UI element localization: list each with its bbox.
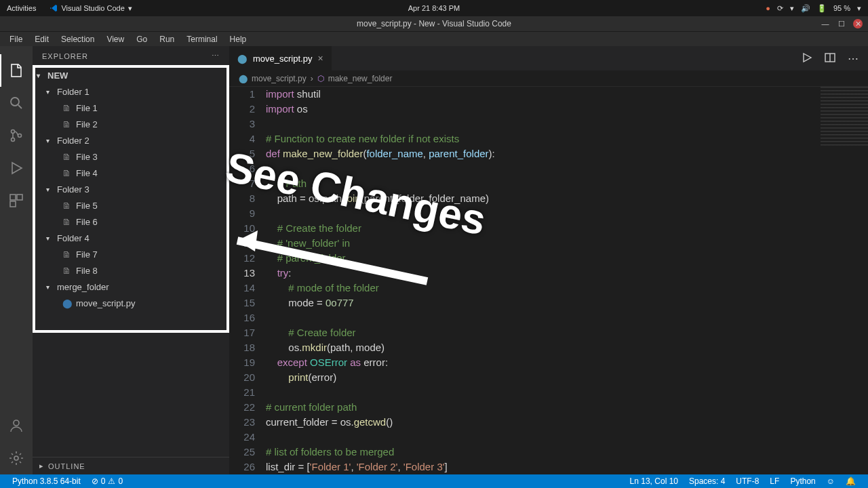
svg-rect-6 <box>10 201 16 207</box>
file-icon: 🗎 <box>62 152 73 162</box>
menu-help[interactable]: Help <box>224 33 252 45</box>
chevron-down-icon: ▾ <box>46 235 54 242</box>
explorer-more-icon[interactable]: ⋯ <box>212 52 220 60</box>
tree-pyfile[interactable]: ⬤move_script.py <box>33 295 229 311</box>
settings-icon[interactable] <box>0 442 33 474</box>
more-actions-icon[interactable]: ⋯ <box>848 52 859 65</box>
extensions-icon[interactable] <box>0 184 33 217</box>
chevron-down-icon: ▾ <box>37 72 45 79</box>
chevron-down-icon: ▾ <box>46 88 54 96</box>
tree-folder[interactable]: ▾Folder 2 <box>33 132 229 148</box>
tree-file[interactable]: 🗎File 8 <box>33 262 229 279</box>
symbol-method-icon: ⬡ <box>317 74 324 83</box>
close-tab-icon[interactable]: × <box>317 53 323 64</box>
activity-bar <box>0 46 33 474</box>
menu-run[interactable]: Run <box>154 33 180 45</box>
tree-file[interactable]: 🗎File 6 <box>33 214 229 230</box>
svg-point-1 <box>12 130 15 134</box>
run-debug-icon[interactable] <box>0 152 33 184</box>
menu-go[interactable]: Go <box>131 33 153 45</box>
svg-rect-4 <box>10 195 16 200</box>
record-icon[interactable]: ● <box>766 4 770 12</box>
close-button[interactable]: ✕ <box>853 19 863 28</box>
tree-root[interactable]: ▾ NEW <box>33 67 229 83</box>
menu-bar: FileEditSelectionViewGoRunTerminalHelp <box>0 31 868 46</box>
editor-area: ⬤ move_script.py × ⋯ ⬤ move_script.py › … <box>229 46 868 474</box>
tree-file[interactable]: 🗎File 4 <box>33 165 229 181</box>
error-icon: ⊘ <box>92 476 98 486</box>
explorer-title: EXPLORER <box>42 52 88 60</box>
svg-point-7 <box>14 420 19 426</box>
power-icon[interactable]: ▾ <box>857 4 861 13</box>
explorer-icon[interactable] <box>0 54 33 87</box>
svg-point-8 <box>14 456 18 460</box>
tree-folder[interactable]: ▾Folder 4 <box>33 230 229 246</box>
menu-view[interactable]: View <box>101 33 130 45</box>
file-icon: 🗎 <box>62 201 73 211</box>
file-icon: 🗎 <box>62 249 73 260</box>
python-icon: ⬤ <box>237 54 248 64</box>
battery-icon[interactable]: 🔋 <box>817 4 827 13</box>
cursor-position[interactable]: Ln 13, Col 10 <box>625 476 684 486</box>
svg-point-0 <box>11 98 19 106</box>
python-icon: ⬤ <box>239 74 248 83</box>
feedback-icon[interactable]: ☺ <box>821 476 840 486</box>
source-control-icon[interactable] <box>0 119 33 152</box>
menu-terminal[interactable]: Terminal <box>181 33 222 45</box>
minimize-button[interactable]: — <box>821 19 830 28</box>
file-icon: 🗎 <box>62 103 73 113</box>
file-icon: 🗎 <box>62 266 73 276</box>
outline-section[interactable]: ▸ OUTLINE <box>33 457 229 474</box>
menu-edit[interactable]: Edit <box>29 33 54 45</box>
notifications-icon[interactable]: 🔔 <box>840 476 861 486</box>
problems-indicator[interactable]: ⊘0 ⚠0 <box>86 476 128 486</box>
battery-percent: 95 % <box>833 4 850 12</box>
tree-file[interactable]: 🗎File 5 <box>33 197 229 214</box>
python-interpreter[interactable]: Python 3.8.5 64-bit <box>7 476 86 486</box>
file-tree: ▾ NEW ▾Folder 1🗎File 1🗎File 2▾Folder 2🗎F… <box>33 66 229 457</box>
tree-file[interactable]: 🗎File 2 <box>33 116 229 132</box>
minimap[interactable] <box>821 87 868 148</box>
indentation[interactable]: Spaces: 4 <box>684 476 730 486</box>
language-mode[interactable]: Python <box>785 476 821 486</box>
vscode-icon <box>50 4 58 12</box>
chevron-right-icon: › <box>311 74 313 83</box>
svg-rect-5 <box>17 195 22 200</box>
explorer-sidebar: EXPLORER ⋯ ▾ NEW ▾Folder 1🗎File 1🗎File 2… <box>33 46 229 474</box>
app-menu[interactable]: Visual Studio Code ▾ <box>50 4 132 13</box>
tab-move-script[interactable]: ⬤ move_script.py × <box>229 46 332 70</box>
tree-file[interactable]: 🗎File 3 <box>33 148 229 165</box>
volume-icon[interactable]: 🔊 <box>801 4 810 13</box>
file-icon: 🗎 <box>62 168 73 178</box>
chevron-down-icon: ▾ <box>46 283 54 291</box>
tree-file[interactable]: 🗎File 7 <box>33 246 229 262</box>
eol[interactable]: LF <box>764 476 785 486</box>
tree-folder[interactable]: ▾Folder 1 <box>33 83 229 100</box>
menu-file[interactable]: File <box>4 33 28 45</box>
encoding[interactable]: UTF-8 <box>730 476 764 486</box>
warning-icon: ⚠ <box>108 476 115 486</box>
chevron-right-icon: ▸ <box>39 462 44 470</box>
activities-button[interactable]: Activities <box>7 4 36 13</box>
search-icon[interactable] <box>0 87 33 119</box>
breadcrumb[interactable]: ⬤ move_script.py › ⬡ make_new_folder <box>229 70 868 87</box>
status-bar: Python 3.8.5 64-bit ⊘0 ⚠0 Ln 13, Col 10 … <box>0 474 868 488</box>
menu-selection[interactable]: Selection <box>56 33 100 45</box>
network-icon[interactable]: ⟳ <box>777 4 783 13</box>
window-title: move_script.py - New - Visual Studio Cod… <box>357 19 511 28</box>
split-editor-icon[interactable] <box>825 52 835 65</box>
chevron-down-icon: ▾ <box>46 137 54 144</box>
clock[interactable]: Apr 21 8:43 PM <box>408 4 460 12</box>
run-button[interactable] <box>802 52 812 65</box>
tree-folder[interactable]: ▾merge_folder <box>33 279 229 295</box>
title-bar: move_script.py - New - Visual Studio Cod… <box>0 16 868 31</box>
chevron-down-icon: ▾ <box>46 186 54 193</box>
tab-bar: ⬤ move_script.py × ⋯ <box>229 46 868 70</box>
tree-folder[interactable]: ▾Folder 3 <box>33 181 229 197</box>
tree-file[interactable]: 🗎File 1 <box>33 100 229 116</box>
maximize-button[interactable]: ☐ <box>837 19 846 28</box>
code-editor[interactable]: 1234567891011121314151617181920212223242… <box>229 87 868 474</box>
account-icon[interactable] <box>0 409 33 442</box>
wifi-icon[interactable]: ▾ <box>790 4 794 13</box>
svg-point-2 <box>12 138 15 142</box>
